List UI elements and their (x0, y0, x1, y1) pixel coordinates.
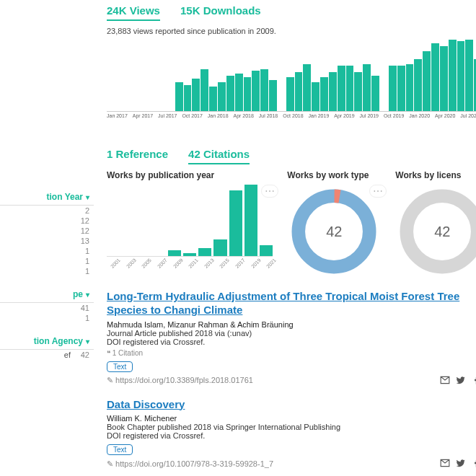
facet-sidebar: tion Year▾ 2121213111 pe▾ 411 tion Agenc… (0, 179, 94, 360)
facet-row[interactable]: 12 (0, 216, 94, 226)
entry-citation-count: ❝ 1 Citation (107, 349, 476, 357)
more-icon[interactable]: ⋯ (261, 185, 278, 198)
tab-references[interactable]: 1 Reference (107, 148, 168, 164)
bar (303, 64, 311, 111)
donut-center-value: 42 (434, 224, 450, 240)
bar (260, 245, 273, 256)
bar (260, 69, 268, 112)
bar (235, 74, 243, 111)
bar (312, 82, 319, 112)
bar (389, 66, 397, 111)
bar (252, 71, 260, 111)
bar (229, 190, 242, 256)
bar (329, 72, 337, 111)
bar (363, 64, 371, 111)
bar (457, 41, 465, 111)
panel-works-by-type: Works by work type 42 ⋯ (287, 170, 381, 278)
donut-center-value: 42 (326, 224, 342, 240)
facet-row[interactable]: 1 (0, 246, 94, 256)
email-icon[interactable] (440, 458, 450, 470)
tab-views[interactable]: 24K Views (107, 4, 160, 21)
bar (218, 82, 226, 112)
email-icon[interactable] (440, 375, 450, 387)
entry-meta: Journal Article published 2018 via (:una… (107, 329, 476, 338)
bar (371, 76, 379, 112)
bar (269, 80, 277, 111)
chevron-down-icon: ▾ (86, 338, 89, 345)
bar (440, 46, 448, 111)
doi-link[interactable]: ✎ https://doi.org/10.3389/fpls.2018.0176… (107, 376, 253, 385)
facet-row[interactable]: 1 (0, 313, 94, 323)
text-badge[interactable]: Text (107, 361, 133, 372)
tab-downloads[interactable]: 15K Downloads (180, 4, 261, 21)
bar (414, 59, 422, 111)
bar (213, 239, 226, 256)
bar (192, 79, 200, 111)
entry-meta: Book Chapter published 2018 via Springer… (107, 423, 476, 431)
text-badge[interactable]: Text (107, 444, 133, 455)
facet-heading-type[interactable]: pe▾ (0, 286, 94, 303)
facebook-icon[interactable] (472, 375, 476, 387)
facet-row[interactable]: 12 (0, 226, 94, 236)
bar (209, 87, 217, 111)
panel-works-by-year: Works by publication year 20012003200520… (107, 170, 273, 263)
facet-row[interactable]: 1 (0, 266, 94, 276)
entry-authors: William K. Michener (107, 414, 476, 423)
facet-row[interactable]: ef 42 (0, 350, 94, 360)
tab-citations[interactable]: 42 Citations (188, 148, 250, 164)
citation-tabs: 1 Reference 42 Citations (107, 148, 476, 164)
bar (286, 77, 294, 111)
entry-authors: Mahmuda Islam, Mizanur Rahman & Achim Br… (107, 320, 476, 329)
bar (431, 43, 439, 112)
bar (226, 76, 234, 112)
twitter-icon[interactable] (456, 458, 466, 470)
bar (406, 64, 414, 111)
panel-works-by-license: Works by licens 42 (395, 170, 476, 278)
bar (244, 77, 252, 111)
bar (465, 40, 473, 111)
bar (244, 185, 257, 256)
views-bar-chart: Jan 2017Apr 2017Jul 2017Oct 2017Jan 2018… (107, 40, 476, 129)
facet-row[interactable]: 1 (0, 256, 94, 266)
bar (423, 51, 431, 111)
facet-heading-agency[interactable]: tion Agency▾ (0, 333, 94, 350)
twitter-icon[interactable] (456, 375, 466, 387)
facebook-icon[interactable] (472, 458, 476, 470)
edit-icon: ✎ (107, 376, 115, 384)
bar (183, 253, 196, 256)
bar (338, 66, 345, 111)
usage-caption: 23,883 views reported since publication … (107, 27, 476, 35)
bar (184, 85, 192, 111)
bar (200, 69, 208, 112)
facet-heading-year[interactable]: tion Year▾ (0, 189, 94, 206)
bar (449, 40, 457, 111)
chevron-down-icon: ▾ (86, 291, 89, 299)
edit-icon: ✎ (107, 459, 115, 468)
bar (320, 77, 328, 111)
facet-row[interactable]: 2 (0, 206, 94, 216)
doi-link[interactable]: ✎ https://doi.org/10.1007/978-3-319-5992… (107, 459, 273, 469)
bar (397, 66, 405, 111)
facet-row[interactable]: 13 (0, 236, 94, 246)
chevron-down-icon: ▾ (86, 193, 89, 201)
entry-meta: DOI registered via Crossref. (107, 338, 476, 346)
entry-meta: DOI registered via Crossref. (107, 431, 476, 440)
bar (295, 72, 303, 111)
quote-icon: ❝ (107, 349, 113, 357)
entry-title-link[interactable]: Long-Term Hydraulic Adjustment of Three … (107, 290, 459, 316)
bar (168, 250, 181, 256)
facet-row[interactable]: 41 (0, 303, 94, 313)
bar (354, 72, 362, 111)
more-icon[interactable]: ⋯ (369, 185, 387, 198)
bar (198, 248, 211, 256)
entry-title-link[interactable]: Data Discovery (107, 398, 185, 410)
bar (346, 66, 354, 111)
usage-tabs: 24K Views 15K Downloads (107, 4, 476, 21)
citation-entry: Data Discovery William K. Michener Book … (107, 398, 476, 470)
bar (175, 82, 183, 112)
citation-entry: Long-Term Hydraulic Adjustment of Three … (107, 290, 476, 387)
